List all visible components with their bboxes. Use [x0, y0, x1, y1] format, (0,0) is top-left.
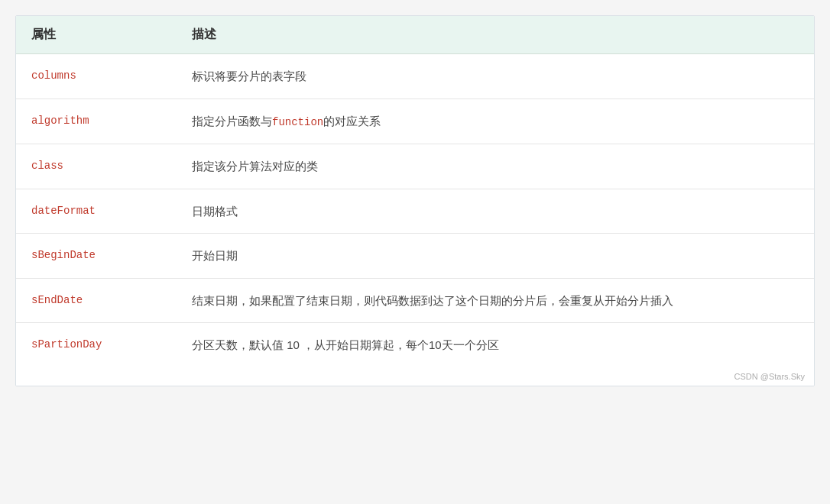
table-row: sBeginDate开始日期: [16, 234, 814, 279]
property-cell: sPartionDay: [16, 323, 177, 367]
table-row: algorithm指定分片函数与function的对应关系: [16, 99, 814, 144]
description-cell: 分区天数，默认值 10 ，从开始日期算起，每个10天一个分区: [177, 323, 814, 367]
description-cell: 标识将要分片的表字段: [177, 54, 814, 99]
col-header-description: 描述: [177, 16, 814, 54]
property-cell: algorithm: [16, 99, 177, 144]
description-cell: 结束日期，如果配置了结束日期，则代码数据到达了这个日期的分片后，会重复从开始分片…: [177, 278, 814, 323]
code-inline: function: [272, 116, 323, 128]
col-header-property: 属性: [16, 16, 177, 54]
table-row: dateFormat日期格式: [16, 189, 814, 234]
table-row: sPartionDay分区天数，默认值 10 ，从开始日期算起，每个10天一个分…: [16, 323, 814, 367]
table-body: columns标识将要分片的表字段algorithm指定分片函数与functio…: [16, 54, 814, 367]
property-cell: columns: [16, 54, 177, 99]
table-row: class指定该分片算法对应的类: [16, 144, 814, 189]
description-cell: 开始日期: [177, 234, 814, 279]
watermark: CSDN @Stars.Sky: [16, 367, 814, 386]
table-row: sEndDate结束日期，如果配置了结束日期，则代码数据到达了这个日期的分片后，…: [16, 278, 814, 323]
main-table-container: 属性 描述 columns标识将要分片的表字段algorithm指定分片函数与f…: [15, 15, 815, 386]
table-header-row: 属性 描述: [16, 16, 814, 54]
property-cell: class: [16, 144, 177, 189]
description-cell: 指定分片函数与function的对应关系: [177, 99, 814, 144]
description-cell: 指定该分片算法对应的类: [177, 144, 814, 189]
description-cell: 日期格式: [177, 189, 814, 234]
table-row: columns标识将要分片的表字段: [16, 54, 814, 99]
property-cell: sBeginDate: [16, 234, 177, 279]
properties-table: 属性 描述 columns标识将要分片的表字段algorithm指定分片函数与f…: [16, 16, 814, 367]
property-cell: dateFormat: [16, 189, 177, 234]
property-cell: sEndDate: [16, 278, 177, 323]
